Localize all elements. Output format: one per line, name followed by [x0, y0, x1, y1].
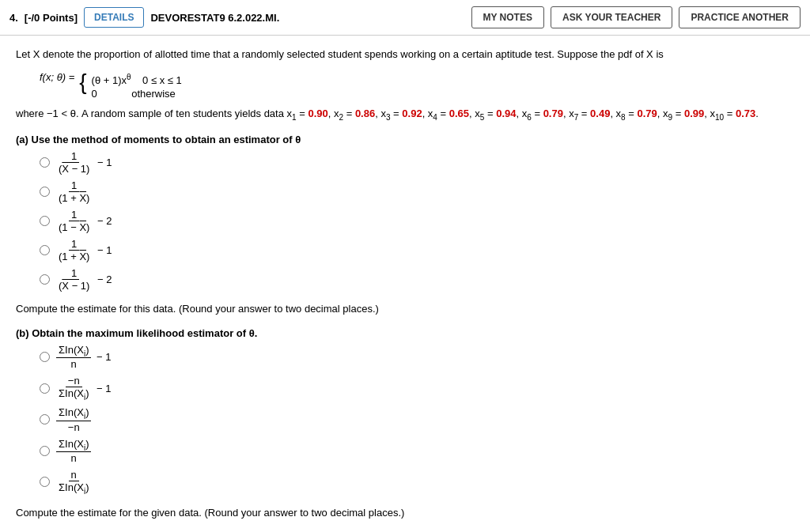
problem-statement: Let X denote the proportion of allotted …: [16, 47, 794, 63]
part-b-radio-4[interactable]: [40, 446, 50, 456]
x9-value: 0.99: [684, 108, 704, 119]
b-fraction-2: −n ΣIn(Xi): [56, 375, 91, 402]
x8-value: 0.79: [638, 108, 657, 119]
brace: {: [79, 71, 86, 93]
part-b-expr-3: ΣIn(Xi) −n: [56, 406, 91, 433]
part-a-label: (a) Use the method of moments to obtain …: [16, 134, 794, 145]
part-a-radio-5[interactable]: [40, 274, 50, 285]
x5-value: 0.94: [496, 108, 516, 119]
part-b-option-5: n ΣIn(Xi): [40, 469, 794, 496]
problem-number: 4.: [9, 12, 18, 24]
x10-value: 0.73: [736, 108, 755, 119]
my-notes-button[interactable]: MY NOTES: [471, 6, 544, 28]
part-a-radio-2[interactable]: [40, 187, 50, 197]
part-b-expr-5: n ΣIn(Xi): [56, 469, 91, 496]
main-content: Let X denote the proportion of allotted …: [0, 36, 810, 532]
b-fraction-4: ΣIn(Xi) n: [56, 438, 91, 465]
pdf-cases: (θ + 1)xθ 0 ≤ x ≤ 1 0 otherwise: [92, 71, 182, 100]
part-a-option-1: 1 (X − 1) − 1: [40, 150, 794, 175]
part-b-option-4: ΣIn(Xi) n: [40, 438, 794, 465]
part-a-option-2: 1 (1 + X): [40, 179, 794, 204]
part-b-option-2: −n ΣIn(Xi) − 1: [40, 375, 794, 402]
part-b-radio-1[interactable]: [40, 352, 50, 362]
part-b-radio-5[interactable]: [40, 477, 50, 487]
pdf-definition: f(x; θ) = { (θ + 1)xθ 0 ≤ x ≤ 1 0 otherw…: [40, 71, 794, 100]
part-a-compute-note: Compute the estimate for this data. (Rou…: [16, 303, 794, 315]
fraction-1: 1 (X − 1): [56, 150, 92, 175]
part-b-expr-2: −n ΣIn(Xi) − 1: [56, 375, 112, 402]
b-fraction-5: n ΣIn(Xi): [56, 469, 91, 496]
page-header: 4. [-/0 Points] DETAILS DEVORESTAT9 6.2.…: [0, 0, 810, 36]
practice-another-button[interactable]: PRACTICE ANOTHER: [679, 6, 801, 28]
problem-id: DEVORESTAT9 6.2.022.MI.: [150, 12, 279, 24]
x4-value: 0.65: [449, 108, 469, 119]
part-b-option-3: ΣIn(Xi) −n: [40, 406, 794, 433]
b-fraction-3: ΣIn(Xi) −n: [56, 406, 91, 433]
part-a-expr-5: 1 (X − 1) − 2: [56, 267, 112, 292]
part-a-option-4: 1 (1 + X) − 1: [40, 238, 794, 262]
part-b-options: ΣIn(Xi) n − 1 −n ΣIn(Xi) − 1: [40, 344, 794, 496]
part-b-radio-3[interactable]: [40, 414, 50, 424]
part-b-option-1: ΣIn(Xi) n − 1: [40, 344, 794, 371]
part-b-compute-note: Compute the estimate for the given data.…: [16, 507, 794, 519]
part-a-expr-4: 1 (1 + X) − 1: [56, 238, 112, 262]
part-b-section: (b) Obtain the maximum likelihood estima…: [16, 327, 794, 519]
part-a-expr-1: 1 (X − 1) − 1: [56, 150, 112, 175]
x2-value: 0.86: [355, 108, 375, 119]
ask-teacher-button[interactable]: ASK YOUR TEACHER: [551, 6, 672, 28]
x6-value: 0.79: [543, 108, 563, 119]
part-a-radio-1[interactable]: [40, 157, 50, 168]
fraction-5: 1 (X − 1): [56, 267, 92, 292]
x1-value: 0.90: [308, 108, 327, 119]
fraction-4: 1 (1 + X): [56, 238, 92, 262]
x7-value: 0.49: [590, 108, 610, 119]
part-a-radio-4[interactable]: [40, 245, 50, 255]
pdf-case2: 0 otherwise: [92, 88, 182, 100]
points-label: [-/0 Points]: [25, 12, 78, 24]
part-a-option-5: 1 (X − 1) − 2: [40, 267, 794, 292]
part-a-option-3: 1 (1 − X) − 2: [40, 209, 794, 233]
part-b-expr-1: ΣIn(Xi) n − 1: [56, 344, 112, 371]
part-a-expr-3: 1 (1 − X) − 2: [56, 209, 112, 233]
part-b-radio-2[interactable]: [40, 383, 50, 394]
data-line: where −1 < θ. A random sample of ten stu…: [16, 106, 794, 124]
pdf-case1: (θ + 1)xθ 0 ≤ x ≤ 1: [92, 73, 182, 86]
b-fraction-1: ΣIn(Xi) n: [56, 344, 91, 371]
details-button[interactable]: DETAILS: [84, 7, 144, 28]
part-a-section: (a) Use the method of moments to obtain …: [16, 134, 794, 315]
part-b-label: (b) Obtain the maximum likelihood estima…: [16, 327, 794, 339]
part-b-expr-4: ΣIn(Xi) n: [56, 438, 91, 465]
fraction-3: 1 (1 − X): [56, 209, 92, 233]
fx-label: f(x; θ) =: [40, 71, 74, 83]
header-right: MY NOTES ASK YOUR TEACHER PRACTICE ANOTH…: [471, 6, 801, 28]
fraction-2: 1 (1 + X): [56, 179, 92, 204]
x3-value: 0.92: [402, 108, 422, 119]
part-a-options: 1 (X − 1) − 1 1 (1 + X): [40, 150, 794, 292]
intro-text: Let X denote the proportion of allotted …: [16, 48, 664, 60]
header-left: 4. [-/0 Points] DETAILS DEVORESTAT9 6.2.…: [9, 7, 464, 28]
part-a-expr-2: 1 (1 + X): [56, 179, 92, 204]
part-a-radio-3[interactable]: [40, 216, 50, 226]
